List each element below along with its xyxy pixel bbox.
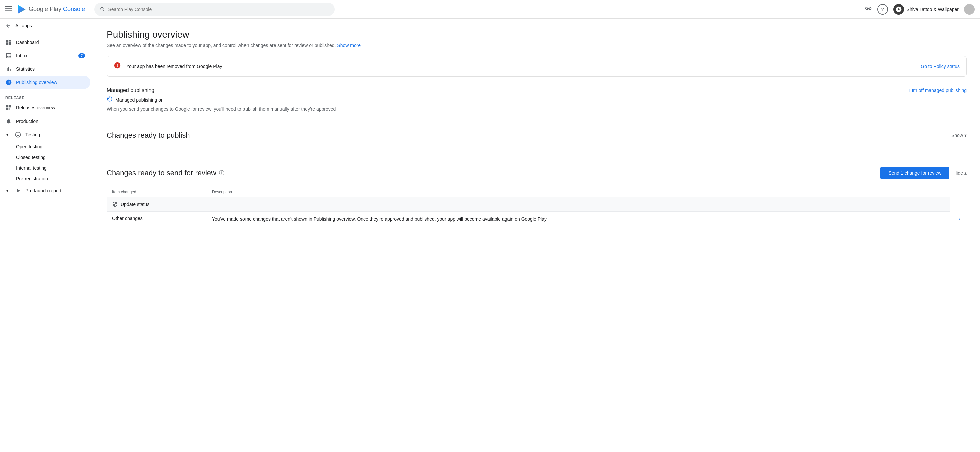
row1-desc [207, 197, 950, 212]
menu-icon[interactable] [5, 5, 12, 13]
logo-text: Google Play Console [29, 6, 85, 13]
sidebar-item-internal-testing[interactable]: Internal testing [16, 163, 91, 173]
layout: All apps Dashboard Inbox 7 [0, 19, 980, 452]
managed-pub-icon [107, 96, 113, 104]
show-more-link[interactable]: Show more [337, 43, 361, 48]
dashboard-icon [5, 39, 12, 46]
changes-table: Item changed Description Update status [107, 187, 967, 227]
svg-rect-2 [5, 10, 12, 11]
row2-item: Other changes [107, 212, 207, 227]
sidebar: All apps Dashboard Inbox 7 [0, 19, 94, 452]
changes-review-actions: Send 1 change for review Hide ▴ [880, 167, 967, 179]
pre-launch-icon [15, 187, 21, 194]
row2-arrow: → [950, 212, 967, 227]
changes-ready-review-section: Changes ready to send for review ⓘ Send … [107, 167, 967, 227]
main-content: Publishing overview See an overview of t… [94, 19, 980, 452]
changes-review-title: Changes ready to send for review ⓘ [107, 169, 224, 177]
release-section: Release Releases overview Production ▼ [0, 92, 93, 197]
changes-publish-header: Changes ready to publish Show ▾ [107, 131, 967, 145]
help-icon[interactable]: ? [877, 4, 888, 15]
show-button[interactable]: Show ▾ [951, 133, 967, 138]
turn-off-managed-link[interactable]: Turn off managed publishing [908, 88, 967, 93]
divider-1 [107, 123, 967, 123]
testing-sub-items: Open testing Closed testing Internal tes… [0, 141, 93, 184]
managed-pub-status-text: Managed publishing on [115, 97, 164, 103]
managed-pub-desc: When you send your changes to Google for… [107, 107, 967, 112]
inbox-badge: 7 [78, 53, 85, 58]
sidebar-item-publishing-overview[interactable]: Publishing overview [0, 76, 91, 89]
testing-icon [15, 131, 21, 138]
sidebar-item-pre-launch-report[interactable]: ▼ Pre-launch report [0, 184, 91, 197]
search-input[interactable] [108, 7, 329, 12]
table-row: Other changes You've made some changes t… [107, 212, 967, 227]
svg-rect-1 [5, 8, 12, 9]
app-name: Shiva Tattoo & Wallpaper [907, 7, 959, 12]
changes-publish-title: Changes ready to publish [107, 131, 190, 139]
sidebar-item-open-testing[interactable]: Open testing [16, 141, 91, 152]
shield-icon [112, 201, 118, 207]
production-icon [5, 118, 12, 125]
release-label: Release [0, 92, 93, 101]
app-selector[interactable]: Shiva Tattoo & Wallpaper [893, 4, 959, 15]
policy-status-link[interactable]: Go to Policy status [921, 64, 960, 69]
publishing-icon [5, 79, 12, 86]
col-description: Description [207, 187, 950, 197]
testing-collapse-icon: ▼ [5, 132, 10, 137]
table-body: Update status Other changes You've made … [107, 197, 967, 227]
pre-launch-collapse-icon: ▼ [5, 188, 10, 193]
svg-text:!: ! [117, 64, 118, 67]
search-bar[interactable] [94, 3, 334, 16]
sidebar-item-statistics[interactable]: Statistics [0, 62, 91, 76]
topbar: Google Play Console ? Shiva Tattoo & Wal… [0, 0, 980, 19]
hide-button[interactable]: Hide ▴ [953, 170, 967, 176]
sidebar-item-releases-overview[interactable]: Releases overview [0, 101, 91, 115]
send-change-button[interactable]: Send 1 change for review [880, 167, 949, 179]
changes-review-header: Changes ready to send for review ⓘ Send … [107, 167, 967, 184]
all-apps-button[interactable]: All apps [0, 19, 93, 33]
svg-rect-0 [5, 6, 12, 7]
page-title: Publishing overview [107, 29, 967, 40]
managed-pub-status: Managed publishing on [107, 96, 967, 104]
managed-pub-header: Managed publishing Turn off managed publ… [107, 88, 967, 93]
table-header: Item changed Description [107, 187, 967, 197]
svg-marker-3 [18, 5, 25, 14]
inbox-icon [5, 53, 12, 59]
other-changes-link[interactable]: → [955, 216, 961, 222]
app-icon [893, 4, 904, 15]
sidebar-item-testing[interactable]: ▼ Testing [0, 128, 91, 141]
managed-publishing-section: Managed publishing Turn off managed publ… [107, 88, 967, 112]
table-row: Update status [107, 197, 967, 212]
sidebar-item-production[interactable]: Production [0, 115, 91, 128]
main-nav: Dashboard Inbox 7 Statistics [0, 33, 93, 92]
logo[interactable]: Google Play Console [16, 4, 85, 15]
page-subtitle: See an overview of the changes made to y… [107, 43, 967, 48]
topbar-right: ? Shiva Tattoo & Wallpaper [865, 4, 975, 15]
user-avatar[interactable] [964, 4, 975, 15]
col-item-changed: Item changed [107, 187, 207, 197]
changes-ready-publish-section: Changes ready to publish Show ▾ [107, 131, 967, 145]
sidebar-item-inbox[interactable]: Inbox 7 [0, 49, 91, 62]
row2-desc: You've made some changes that aren't sho… [207, 212, 950, 227]
alert-icon: ! [114, 62, 121, 71]
statistics-icon [5, 66, 12, 72]
link-icon[interactable] [865, 5, 872, 14]
sidebar-item-dashboard[interactable]: Dashboard [0, 36, 91, 49]
divider-2 [107, 156, 967, 156]
sidebar-item-closed-testing[interactable]: Closed testing [16, 152, 91, 163]
managed-pub-title: Managed publishing [107, 88, 154, 93]
sidebar-item-pre-registration[interactable]: Pre-registration [16, 173, 91, 184]
row1-item: Update status [107, 197, 207, 212]
alert-banner: ! Your app has been removed from Google … [107, 56, 967, 77]
releases-icon [5, 104, 12, 111]
alert-text: Your app has been removed from Google Pl… [126, 64, 915, 69]
review-info-icon[interactable]: ⓘ [219, 169, 224, 177]
